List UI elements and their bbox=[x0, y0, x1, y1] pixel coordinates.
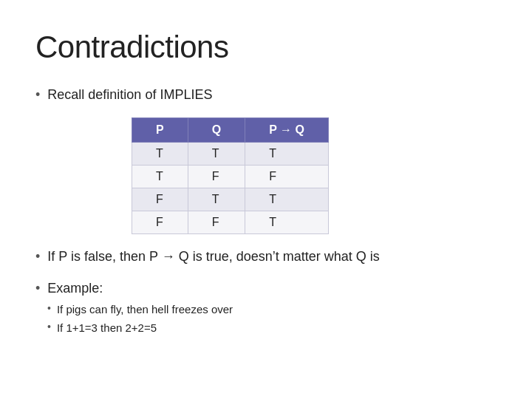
bullet-dot-ifp: • bbox=[35, 249, 40, 265]
sub-bullet-text-1: If pigs can fly, then hell freezes over bbox=[57, 301, 233, 317]
sub-bullets: • If pigs can fly, then hell freezes ove… bbox=[47, 301, 233, 338]
table-row: FFT bbox=[132, 211, 329, 234]
sub-bullet-dot-1: • bbox=[47, 302, 51, 314]
truth-table-wrapper: P Q P → Q TTTTFFFTTFFT bbox=[132, 117, 497, 234]
bullet-dot-example: • bbox=[35, 281, 40, 296]
table-cell-r2-c0: F bbox=[132, 188, 188, 211]
table-cell-r0-c0: T bbox=[132, 143, 188, 166]
table-row: TTT bbox=[132, 143, 329, 166]
bullet-text-example: Example: bbox=[47, 279, 103, 298]
bullet-recall: • Recall definition of IMPLIES bbox=[35, 86, 497, 104]
table-cell-r3-c0: F bbox=[132, 211, 188, 234]
table-row: FTT bbox=[132, 188, 329, 211]
table-header-row: P Q P → Q bbox=[132, 118, 329, 143]
table-cell-r1-c2: F bbox=[245, 166, 329, 188]
slide-title: Contradictions bbox=[35, 30, 497, 65]
bullet-text-ifp: If P is false, then P → Q is true, doesn… bbox=[47, 248, 380, 266]
table-row: TFF bbox=[132, 166, 329, 188]
bullet-dot-recall: • bbox=[35, 87, 40, 103]
sub-bullet-text-2: If 1+1=3 then 2+2=5 bbox=[57, 320, 157, 335]
bullet-if-p: • If P is false, then P → Q is true, doe… bbox=[35, 248, 497, 266]
table-cell-r3-c1: F bbox=[188, 211, 245, 234]
sub-bullet-dot-2: • bbox=[47, 321, 51, 332]
slide: Contradictions • Recall definition of IM… bbox=[0, 0, 532, 399]
col-header-pq: P → Q bbox=[245, 118, 329, 143]
table-cell-r0-c1: T bbox=[188, 143, 245, 166]
col-header-q: Q bbox=[188, 118, 245, 143]
table-cell-r1-c0: T bbox=[132, 166, 188, 188]
table-cell-r2-c2: T bbox=[245, 188, 329, 211]
truth-table: P Q P → Q TTTTFFFTTFFT bbox=[132, 117, 329, 234]
table-cell-r0-c2: T bbox=[245, 143, 329, 166]
table-cell-r3-c2: T bbox=[245, 211, 329, 234]
bullet-text-recall: Recall definition of IMPLIES bbox=[47, 86, 212, 104]
table-cell-r1-c1: F bbox=[188, 166, 245, 188]
col-header-p: P bbox=[132, 118, 188, 143]
table-cell-r2-c1: T bbox=[188, 188, 245, 211]
bullet-example: • Example: • If pigs can fly, then hell … bbox=[35, 279, 497, 338]
sub-bullet-2: • If 1+1=3 then 2+2=5 bbox=[47, 320, 233, 335]
sub-bullet-1: • If pigs can fly, then hell freezes ove… bbox=[47, 301, 233, 317]
